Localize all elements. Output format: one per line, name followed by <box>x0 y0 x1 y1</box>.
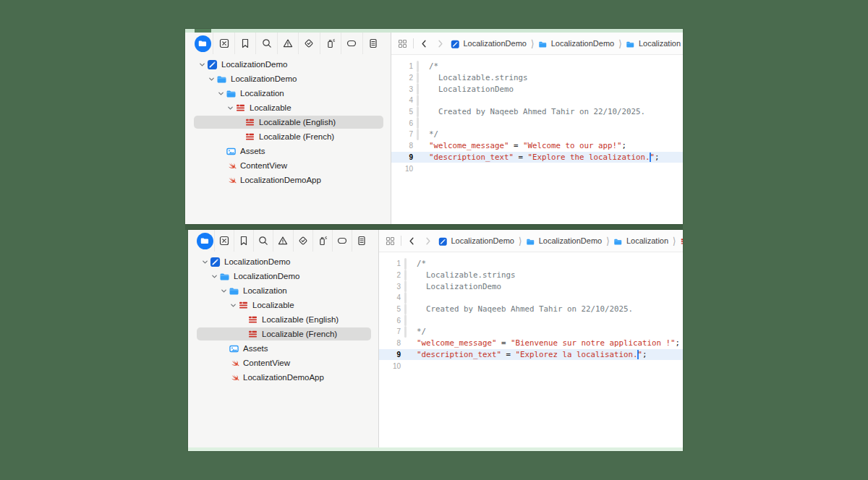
disclosure-chevron-icon[interactable] <box>206 74 216 84</box>
code-line-7[interactable]: 7*/ <box>391 129 683 140</box>
code-line-4[interactable]: 4 <box>391 95 683 106</box>
fold-ribbon <box>417 106 419 118</box>
code-line-9[interactable]: 9"description_text" = "Explorez la local… <box>379 349 683 361</box>
breadcrumb-0[interactable]: LocalizationDemo <box>438 236 514 246</box>
back-button[interactable] <box>407 236 417 247</box>
navigator-tab-spray[interactable] <box>320 33 341 54</box>
forward-button[interactable] <box>422 236 433 247</box>
disclosure-chevron-icon[interactable] <box>225 103 235 113</box>
disclosure-chevron-icon[interactable] <box>216 88 226 98</box>
navigator-tab-spray[interactable] <box>312 230 332 252</box>
source-editor: LocalizationDemo⟩LocalizationDemo⟩Locali… <box>379 230 683 447</box>
breadcrumb-3[interactable]: Loc <box>680 236 683 246</box>
code-area[interactable]: 1/*2 Localizable.strings3 LocalizationDe… <box>379 252 683 447</box>
fold-ribbon-empty <box>404 360 407 372</box>
code-line-3[interactable]: 3 LocalizationDemo <box>391 83 683 95</box>
navigator-tab-close-square[interactable] <box>213 33 234 54</box>
reports-icon <box>367 38 379 49</box>
tree-item-contentview[interactable]: ContentView <box>185 158 391 173</box>
jumpbar-divider <box>401 236 401 246</box>
code-line-6[interactable]: 6 <box>391 117 683 129</box>
code-line-2[interactable]: 2 Localizable.strings <box>391 72 683 84</box>
tree-item-localizationdemo[interactable]: LocalizationDemo <box>188 269 378 283</box>
code-text: */ <box>429 129 438 139</box>
tag-icon <box>346 38 357 49</box>
navigator-tab-reports[interactable] <box>362 33 383 54</box>
breadcrumb-2[interactable]: Localization <box>626 39 681 48</box>
navigator-tab-test-diamond[interactable] <box>298 33 319 54</box>
code-line-1[interactable]: 1/* <box>379 258 683 270</box>
search-icon <box>258 235 269 247</box>
breadcrumb-2[interactable]: Localization <box>613 236 668 246</box>
navigator-tab-project-navigator[interactable] <box>195 230 214 252</box>
back-button[interactable] <box>419 38 430 49</box>
disclosure-chevron-icon[interactable] <box>218 286 229 296</box>
tree-item-localizationdemo[interactable]: LocalizationDemo <box>185 72 391 86</box>
code-line-10[interactable]: 10 <box>391 163 683 174</box>
assets-icon <box>226 146 237 157</box>
navigator-tab-tag[interactable] <box>332 230 352 252</box>
code-line-1[interactable]: 1/* <box>391 61 683 72</box>
navigator-tab-search[interactable] <box>253 230 273 252</box>
code-line-8[interactable]: 8"welcome_message" = "Welcome to our app… <box>391 140 683 152</box>
navigator-tab-reports[interactable] <box>352 230 371 252</box>
navigator-tab-close-square[interactable] <box>214 230 234 252</box>
disclosure-chevron-icon[interactable] <box>197 59 207 69</box>
tree-item-localizable[interactable]: Localizable <box>185 100 391 115</box>
disclosure-chevron-icon[interactable] <box>228 300 238 310</box>
folder-icon <box>613 236 623 246</box>
code-line-4[interactable]: 4 <box>379 292 683 304</box>
code-line-6[interactable]: 6 <box>379 314 683 326</box>
tree-item-localization[interactable]: Localization <box>185 86 391 100</box>
tree-item-assets[interactable]: Assets <box>185 144 391 158</box>
breadcrumb-1[interactable]: LocalizationDemo <box>526 236 602 246</box>
tree-item-localizable-french-[interactable]: Localizable (French) <box>188 327 378 341</box>
tree-item-localization[interactable]: Localization <box>188 283 378 298</box>
code-line-5[interactable]: 5 Created by Naqeeb Ahmed Tahir on 22/10… <box>379 304 683 315</box>
forward-button[interactable] <box>435 38 446 49</box>
disclosure-chevron-icon[interactable] <box>200 257 210 267</box>
tree-item-label: Assets <box>243 344 268 353</box>
line-number: 6 <box>379 317 401 325</box>
tree-item-localizationdemoapp[interactable]: LocalizationDemoApp <box>185 173 391 187</box>
tree-item-localizable-french-[interactable]: Localizable (French) <box>185 129 391 144</box>
folder-icon <box>538 39 548 48</box>
code-line-5[interactable]: 5 Created by Naqeeb Ahmed Tahir on 22/10… <box>391 106 683 118</box>
code-area[interactable]: 1/*2 Localizable.strings3 LocalizationDe… <box>391 55 683 224</box>
code-line-3[interactable]: 3 LocalizationDemo <box>379 280 683 292</box>
code-line-10[interactable]: 10 <box>379 360 683 372</box>
tree-item-label: Localizable <box>252 301 294 309</box>
navigator-tab-test-diamond[interactable] <box>293 230 312 252</box>
tree-item-localizationdemo[interactable]: LocalizationDemo <box>185 57 391 72</box>
breadcrumb-1[interactable]: LocalizationDemo <box>538 39 614 48</box>
navigator-tab-search[interactable] <box>255 33 276 54</box>
tree-item-localizable[interactable]: Localizable <box>188 298 378 312</box>
related-items-icon[interactable] <box>385 236 396 247</box>
code-line-8[interactable]: 8"welcome_message" = "Bienvenue sur notr… <box>379 338 683 349</box>
tree-item-localizationdemoapp[interactable]: LocalizationDemoApp <box>188 370 378 385</box>
code-line-9[interactable]: 9"description_text" = "Explore the local… <box>391 152 683 163</box>
navigator-tab-bookmark[interactable] <box>234 230 253 252</box>
tree-item-localizable-english-[interactable]: Localizable (English) <box>188 312 378 327</box>
breadcrumb-0[interactable]: LocalizationDemo <box>451 39 527 48</box>
project-icon <box>451 39 460 48</box>
chevron-spacer <box>234 132 244 142</box>
related-items-icon[interactable] <box>397 38 408 49</box>
disclosure-chevron-icon[interactable] <box>209 271 219 281</box>
swift-icon <box>229 372 239 383</box>
code-line-2[interactable]: 2 Localizable.strings <box>379 270 683 281</box>
navigator-tab-warning[interactable] <box>277 33 298 54</box>
navigator-toolbar <box>185 33 391 54</box>
navigator-tab-project-navigator[interactable] <box>192 33 213 54</box>
navigator-tab-bookmark[interactable] <box>234 33 255 54</box>
tree-item-contentview[interactable]: ContentView <box>188 356 378 370</box>
chevron-spacer <box>216 175 226 185</box>
tree-item-localizable-english-[interactable]: Localizable (English) <box>185 115 391 129</box>
tree-item-localizationdemo[interactable]: LocalizationDemo <box>188 254 378 269</box>
tree-item-assets[interactable]: Assets <box>188 341 378 356</box>
code-line-7[interactable]: 7*/ <box>379 326 683 338</box>
navigator-tab-warning[interactable] <box>273 230 292 252</box>
fold-ribbon-empty <box>404 338 407 349</box>
navigator-tab-tag[interactable] <box>341 33 362 54</box>
breadcrumb-separator: ⟩ <box>618 38 621 49</box>
